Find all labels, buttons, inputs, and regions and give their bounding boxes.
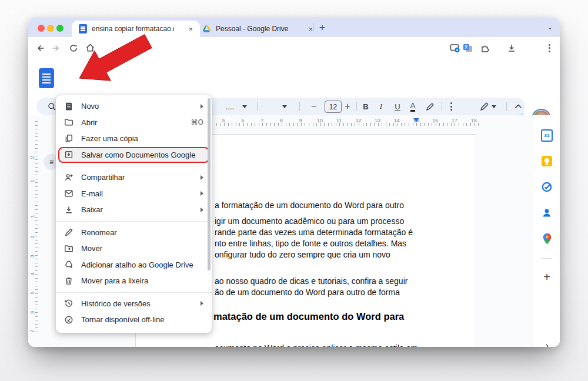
version-history-icon — [64, 299, 74, 308]
minimize-window-button[interactable] — [47, 25, 54, 32]
font-family-select[interactable]: .... — [220, 98, 240, 115]
calendar-icon[interactable]: 31 — [541, 129, 553, 141]
extensions-puzzle-icon[interactable] — [479, 42, 490, 54]
tasks-icon[interactable] — [541, 181, 553, 193]
menu-item-baixar[interactable]: Baixar — [56, 202, 212, 218]
google-docs-logo[interactable] — [39, 68, 54, 88]
doc-text-line: ocumento no Word e precisa aplicar o mes… — [215, 343, 417, 347]
menu-item-label: E-mail — [81, 189, 103, 198]
menu-item-historico[interactable]: Histórico de versões — [56, 296, 212, 312]
italic-button[interactable]: I — [375, 98, 387, 115]
vertical-ruler-ticks — [35, 121, 38, 333]
home-icon[interactable] — [85, 42, 96, 54]
browser-window: ensina copiar formatacao.doc × Pessoal -… — [28, 18, 560, 347]
menu-scrollbar[interactable] — [208, 98, 211, 270]
horizontal-ruler-ticks — [216, 123, 481, 126]
download-icon — [64, 205, 74, 215]
file-menu-popup: Novo Abrir ⌘O Fazer uma cópia Salvar com… — [56, 95, 212, 333]
tab-title: ensina copiar formatacao.doc — [92, 25, 174, 33]
submenu-arrow-icon — [201, 104, 203, 109]
menu-item-novo[interactable]: Novo — [56, 98, 212, 115]
get-add-ons-plus-button[interactable]: + — [541, 271, 553, 283]
tab-divider — [313, 23, 313, 32]
submenu-arrow-icon — [201, 191, 203, 196]
text-color-button[interactable]: A — [407, 98, 419, 115]
move-folder-icon — [64, 244, 74, 253]
reload-icon[interactable] — [68, 42, 79, 54]
decrease-font-size-button[interactable]: − — [308, 98, 320, 115]
close-window-button[interactable] — [38, 25, 45, 32]
editing-mode-caret-icon[interactable] — [490, 98, 497, 115]
menu-item-label: Histórico de versões — [81, 299, 151, 308]
tab-search-chevron-icon[interactable]: ⌄ — [544, 22, 556, 33]
submenu-arrow-icon — [201, 175, 203, 180]
menu-item-salvar-como-docs[interactable]: Salvar como Documentos Google — [58, 147, 209, 163]
menu-item-label: Fazer uma cópia — [81, 134, 138, 143]
underline-button[interactable]: U — [392, 98, 403, 115]
hide-menus-chevron-icon[interactable] — [511, 98, 525, 115]
close-tab-icon[interactable]: × — [186, 24, 195, 34]
menu-item-fazer-copia[interactable]: Fazer uma cópia — [56, 131, 212, 147]
google-docs-favicon — [79, 24, 87, 34]
increase-font-size-button[interactable]: + — [342, 98, 353, 115]
tab-drive[interactable]: Pessoal - Google Drive × — [195, 21, 320, 37]
hide-side-panel-chevron[interactable]: › — [541, 340, 553, 347]
toolbar-more-kebab-icon[interactable] — [445, 98, 457, 115]
font-family-caret-icon[interactable] — [241, 98, 248, 115]
close-tab-icon[interactable]: × — [306, 24, 315, 34]
indent-marker[interactable] — [413, 118, 419, 122]
menu-item-renomear[interactable]: Renomear — [56, 225, 212, 241]
forward-icon[interactable] — [51, 42, 62, 54]
back-icon[interactable] — [34, 42, 45, 54]
menu-item-label: Baixar — [81, 205, 103, 214]
doc-text-line: a formatação de um documento do Word par… — [215, 200, 404, 210]
keep-icon[interactable] — [541, 155, 553, 167]
menu-item-label: Tornar disponível off-line — [81, 315, 164, 324]
email-envelope-icon — [64, 189, 74, 198]
menu-separator — [56, 221, 212, 222]
menu-item-abrir[interactable]: Abrir ⌘O — [56, 115, 212, 131]
doc-text-line: nto entre linhas, tipo de fonte e outros… — [215, 239, 406, 248]
bold-button[interactable]: B — [360, 98, 372, 115]
menu-separator — [56, 292, 212, 293]
google-side-panel: 31 + › — [533, 115, 560, 347]
downloads-icon[interactable] — [506, 42, 517, 54]
browser-menu-kebab-icon[interactable] — [544, 42, 555, 54]
docs-header: ensina copiar formatacao .DOCX Arquivo E… — [28, 59, 560, 96]
font-size-input[interactable]: 12 — [325, 101, 342, 113]
menu-shortcut: ⌘O — [191, 118, 203, 126]
menu-item-atalho-drive[interactable]: Adicionar atalho ao Google Drive — [56, 257, 212, 273]
highlight-color-icon[interactable] — [423, 98, 436, 115]
new-tab-button[interactable]: + — [319, 22, 325, 32]
menu-item-label: Mover — [81, 244, 102, 253]
doc-text-line: ao nosso quadro de dicas e tutoriais, co… — [215, 276, 407, 286]
menu-item-lixeira[interactable]: Mover para a lixeira — [56, 273, 212, 289]
menu-item-email[interactable]: E-mail — [56, 186, 212, 202]
doc-text-line: igir um documento acadêmico ou para um p… — [215, 216, 404, 226]
menu-item-label: Mover para a lixeira — [81, 276, 148, 285]
address-bar-row: docs.google.com/document/d/1LRMrFuDODLuY… — [28, 37, 560, 59]
hidden-select-caret-icon[interactable] — [281, 98, 288, 115]
doc-text-line: onfigurar tudo do zero sempre que cria u… — [215, 250, 390, 259]
contacts-icon[interactable] — [541, 207, 553, 219]
google-drive-favicon — [202, 25, 211, 33]
tab-docs[interactable]: ensina copiar formatacao.doc × — [72, 21, 200, 37]
zoom-window-button[interactable] — [56, 25, 64, 32]
maps-icon[interactable] — [541, 233, 553, 245]
editing-mode-pen-icon[interactable] — [477, 98, 492, 115]
menu-item-offline[interactable]: Tornar disponível off-line — [56, 312, 212, 328]
offline-pin-icon — [64, 315, 74, 325]
menu-item-compartilhar[interactable]: Compartilhar — [56, 169, 212, 186]
menu-item-label: Adicionar atalho ao Google Drive — [81, 260, 193, 269]
save-tab-group-icon[interactable] — [449, 42, 460, 54]
drive-shortcut-icon — [64, 260, 74, 269]
menu-item-label: Salvar como Documentos Google — [81, 151, 195, 159]
translate-icon[interactable] — [462, 42, 473, 54]
new-document-icon — [64, 102, 74, 111]
menu-separator — [56, 166, 212, 166]
doc-text-line: ão de um documento do Word para outro de… — [215, 288, 400, 297]
tab-strip: ensina copiar formatacao.doc × Pessoal -… — [28, 18, 560, 37]
share-person-add-icon — [64, 173, 74, 182]
menu-item-label: Novo — [81, 102, 99, 111]
menu-item-mover[interactable]: Mover — [56, 240, 212, 257]
